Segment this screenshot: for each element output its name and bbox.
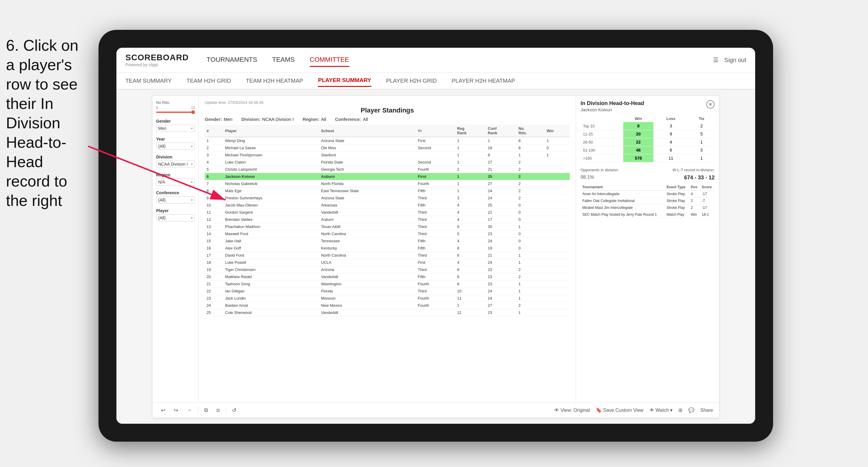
- gender-filter-value[interactable]: Men ▾: [156, 125, 195, 132]
- player-filter-value[interactable]: (All) ▾: [156, 214, 195, 221]
- col-num: #: [205, 125, 223, 137]
- cell-yr: Third: [416, 223, 456, 230]
- cell-player: Luke Powell: [223, 259, 319, 266]
- main-content: No Rds. 6 12: [116, 90, 755, 424]
- cell-conf: 24: [486, 288, 517, 295]
- table-row[interactable]: 16 Alex Goff Kentucky Fifth 8 19 0: [205, 245, 570, 252]
- cell-conf: 27: [486, 159, 517, 166]
- region-filter-value[interactable]: N/A ▾: [156, 179, 195, 186]
- tab-player-summary[interactable]: PLAYER SUMMARY: [318, 74, 371, 87]
- cell-conf: 27: [486, 302, 517, 309]
- sign-out-link[interactable]: Sign out: [724, 57, 746, 64]
- app-header: SCOREBOARD Powered by clippi TOURNAMENTS…: [116, 48, 755, 73]
- conference-filter-value[interactable]: (All) ▾: [156, 196, 195, 204]
- nav-tournaments[interactable]: TOURNAMENTS: [207, 54, 257, 67]
- table-row[interactable]: 20 Matthew Riedel Vanderbilt Fifth 8 23 …: [205, 273, 570, 280]
- table-row[interactable]: 14 Maxwell Ford North Carolina Third 5 2…: [205, 230, 570, 238]
- table-row[interactable]: 4 Luke Claton Florida State Second 1 27 …: [205, 159, 570, 166]
- h2h-col-loss: Loss: [653, 115, 688, 122]
- cell-reg: 1: [455, 145, 486, 152]
- view-original-btn[interactable]: 👁 View: Original: [554, 408, 590, 413]
- h2h-range: 51-100: [581, 146, 623, 154]
- cell-yr: Fourth: [416, 280, 456, 288]
- table-row[interactable]: 2 Michael La Sasse Ole Miss Second 1 18 …: [205, 145, 570, 152]
- cell-school: Arizona State: [319, 137, 416, 145]
- cell-rds: 0: [517, 202, 545, 209]
- table-row[interactable]: 23 Jack Lundin Missouri Fourth 11 24 1: [205, 295, 570, 302]
- wlt-label: W-L-T record in-division:: [673, 168, 715, 172]
- table-row[interactable]: 18 Luke Powell UCLA First 4 24 1: [205, 259, 570, 266]
- cell-yr: Third: [416, 209, 456, 216]
- h2h-title: In Division Head-to-Head: [581, 100, 644, 106]
- table-row[interactable]: 17 David Ford North Carolina Third 6 21 …: [205, 252, 570, 259]
- table-row[interactable]: 6 Jackson Koivun Auburn First 1 25 2: [205, 173, 570, 180]
- region-filter-label: Region: [156, 173, 195, 177]
- cell-yr: Third: [416, 288, 456, 295]
- tab-player-h2h-heatmap[interactable]: PLAYER H2H HEATMAP: [452, 75, 515, 87]
- redo-button[interactable]: ↪: [171, 406, 181, 415]
- cell-player: Wenyi Ding: [223, 137, 319, 145]
- table-row[interactable]: 15 Jake Hall Tennessee Fifth 4 24 0: [205, 238, 570, 245]
- tab-player-h2h-grid[interactable]: PLAYER H2H GRID: [386, 75, 437, 87]
- h2h-close-button[interactable]: ×: [706, 100, 715, 108]
- nav-teams[interactable]: TEAMS: [272, 54, 295, 67]
- comment-btn[interactable]: 💬: [688, 407, 694, 413]
- table-row[interactable]: 3 Michael Thorbjornsen Stanford 1 8 1 1: [205, 152, 570, 159]
- chevron-down-icon-player: ▾: [191, 216, 193, 220]
- copy-button[interactable]: ⧉: [202, 406, 211, 414]
- logo-title: SCOREBOARD: [125, 53, 189, 62]
- player-filter-label: Player: [156, 208, 195, 213]
- cell-school: UCLA: [319, 259, 416, 266]
- layout-btn[interactable]: ⊞: [678, 407, 682, 413]
- undo-button[interactable]: ↩: [158, 406, 168, 415]
- table-row[interactable]: 10 Jacob Mau-Olesen Arkansas Fifth 4 25 …: [205, 202, 570, 209]
- table-row[interactable]: 1 Wenyi Ding Arizona State First 1 1 8 1: [205, 137, 570, 145]
- h2h-row: >100 578 11 1: [581, 154, 715, 162]
- cell-school: Washington: [319, 280, 416, 288]
- year-filter-value[interactable]: (All) ▾: [156, 143, 195, 150]
- division-filter-label: Division: [156, 155, 195, 159]
- paste-button[interactable]: ⧈: [214, 406, 222, 414]
- h2h-range: 11-25: [581, 130, 623, 138]
- table-row[interactable]: 8 Mats Ege East Tennessee State Fifth 1 …: [205, 187, 570, 194]
- division-filter-value[interactable]: NCAA Division I ▾: [156, 160, 195, 168]
- cell-rds: 1: [517, 223, 545, 230]
- table-row[interactable]: 7 Nicholas Gabrelcik North Florida Fourt…: [205, 180, 570, 187]
- table-row[interactable]: 21 Taehoon Song Washington Fourth 6 23 1: [205, 280, 570, 288]
- cell-conf: 21: [486, 209, 517, 216]
- tab-team-h2h-heatmap[interactable]: TEAM H2H HEATMAP: [246, 75, 303, 87]
- h2h-tie: 2: [688, 122, 715, 130]
- cell-yr: Fourth: [416, 295, 456, 302]
- refresh-button[interactable]: ↺: [229, 406, 239, 415]
- table-row[interactable]: 24 Bastien Amat New Mexico Fourth 1 27 2: [205, 302, 570, 309]
- menu-icon[interactable]: ☰: [713, 56, 718, 64]
- forward-button[interactable]: →: [184, 406, 194, 414]
- save-custom-btn[interactable]: 🔖 Save Custom View: [596, 407, 643, 413]
- cell-rds: 0: [517, 209, 545, 216]
- table-row[interactable]: 12 Brendan Valdes Auburn Third 4 17 0: [205, 216, 570, 223]
- no-rds-slider[interactable]: 6 12: [156, 106, 195, 114]
- tablet-device: SCOREBOARD Powered by clippi TOURNAMENTS…: [98, 30, 773, 442]
- cell-reg: 8: [455, 273, 486, 280]
- watch-btn[interactable]: 👁 Watch ▾: [650, 407, 673, 413]
- share-btn[interactable]: Share: [700, 408, 713, 413]
- table-row[interactable]: 19 Tiger Christensen Arizona Third 8 23 …: [205, 266, 570, 273]
- year-filter-label: Year: [156, 137, 195, 142]
- cell-reg: 4: [455, 216, 486, 223]
- cell-rds: 8: [517, 145, 545, 152]
- table-row[interactable]: 9 Preston Summerhays Arizona State Third…: [205, 194, 570, 202]
- cell-yr: Fourth: [416, 302, 456, 309]
- cell-player: Brendan Valdes: [223, 216, 319, 223]
- nav-committee[interactable]: COMMITTEE: [310, 54, 349, 67]
- table-row[interactable]: 11 Gordon Sargent Vanderbilt Third 4 21 …: [205, 209, 570, 216]
- table-row[interactable]: 25 Cole Sherwood Vanderbilt 12 23 1: [205, 309, 570, 316]
- cell-win: 1: [545, 137, 570, 145]
- table-row[interactable]: 5 Christo Lamprecht Georgia Tech Fourth …: [205, 166, 570, 173]
- cell-player: Cole Sherwood: [223, 309, 319, 316]
- cell-win: [545, 202, 570, 209]
- h2h-header: In Division Head-to-Head Jackson Koivun …: [581, 100, 715, 112]
- tab-team-h2h-grid[interactable]: TEAM H2H GRID: [187, 75, 231, 87]
- tab-team-summary[interactable]: TEAM SUMMARY: [125, 75, 172, 87]
- table-row[interactable]: 13 Phachakun Maikhon Texas A&M Third 6 3…: [205, 223, 570, 230]
- table-row[interactable]: 22 Ian Gilligan Florida Third 10 24 1: [205, 288, 570, 295]
